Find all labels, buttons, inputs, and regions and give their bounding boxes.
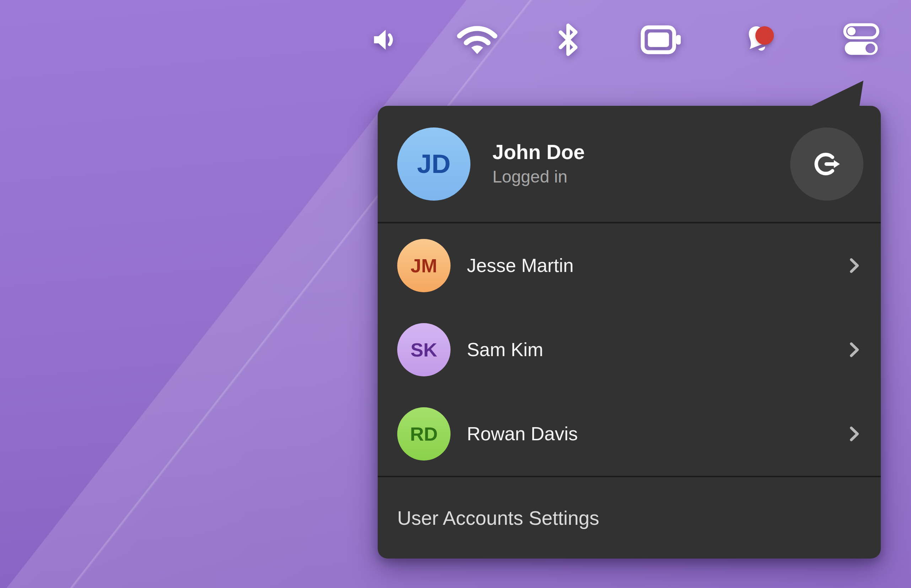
- popover-tail: [810, 81, 863, 107]
- avatar: JM: [397, 239, 450, 292]
- wifi-icon: [456, 25, 498, 55]
- bluetooth-button[interactable]: [545, 20, 591, 60]
- wifi-button[interactable]: [454, 20, 500, 60]
- chevron-right-icon: [844, 256, 864, 276]
- user-name: Rowan Davis: [467, 423, 578, 444]
- logout-button[interactable]: [790, 128, 863, 200]
- notifications-button[interactable]: [735, 20, 782, 60]
- user-name: Jesse Martin: [467, 255, 573, 276]
- quick-settings-button[interactable]: [838, 20, 884, 60]
- chevron-right-icon: [844, 340, 864, 360]
- current-user-name: John Doe: [492, 142, 585, 163]
- user-name: Sam Kim: [467, 339, 543, 360]
- avatar: RD: [397, 407, 450, 460]
- user-row-sam-kim[interactable]: SK Sam Kim: [378, 307, 881, 392]
- battery-button[interactable]: [639, 20, 684, 60]
- battery-icon: [641, 25, 683, 54]
- volume-button[interactable]: [362, 20, 408, 60]
- desktop-wallpaper: JD John Doe Logged in JM Jesse Martin: [0, 0, 911, 588]
- user-accounts-popover: JD John Doe Logged in JM Jesse Martin: [378, 106, 881, 559]
- user-row-rowan-davis[interactable]: RD Rowan Davis: [378, 392, 881, 476]
- avatar: SK: [397, 323, 450, 376]
- popover-footer: User Accounts Settings: [378, 477, 881, 559]
- current-user-identity: John Doe Logged in: [492, 142, 585, 186]
- current-user-avatar: JD: [397, 128, 471, 200]
- logout-icon: [811, 149, 842, 180]
- chevron-right-icon: [844, 424, 864, 444]
- volume-icon: [370, 25, 400, 54]
- current-user-status: Logged in: [492, 168, 585, 186]
- bluetooth-icon: [557, 23, 579, 57]
- quick-settings-icon: [843, 23, 880, 57]
- user-list: JM Jesse Martin SK Sam Kim RD Rowan Davi…: [378, 223, 881, 476]
- user-accounts-settings-button[interactable]: User Accounts Settings: [397, 507, 599, 530]
- notification-badge: [756, 26, 774, 45]
- user-row-jesse-martin[interactable]: JM Jesse Martin: [378, 223, 881, 307]
- current-user-row: JD John Doe Logged in: [378, 106, 881, 222]
